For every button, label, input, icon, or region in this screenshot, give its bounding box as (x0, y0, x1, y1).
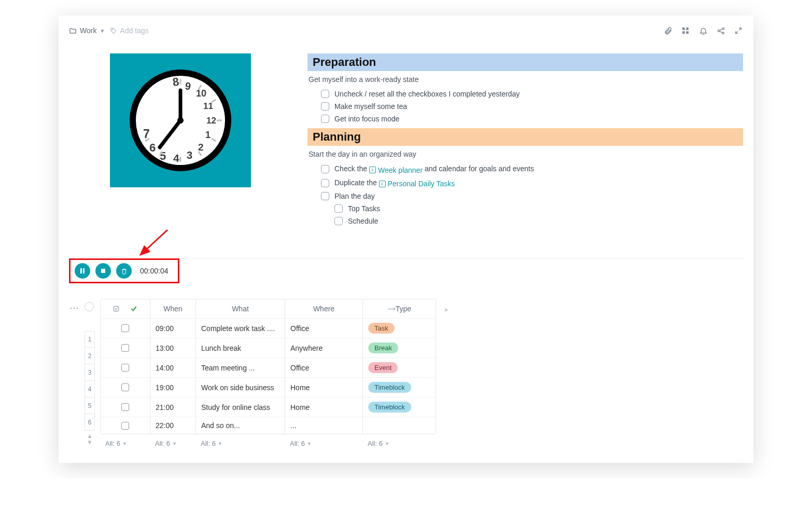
footer-summary[interactable]: All: 6▼ (362, 439, 435, 447)
svg-rect-35 (101, 269, 105, 273)
cell-what: Study for online class (196, 397, 285, 417)
planning-item[interactable]: Plan the day (307, 190, 743, 202)
cell-when: 21:00 (150, 397, 196, 417)
planning-subitem[interactable]: Top Tasks (307, 202, 743, 215)
cell-where: ... (285, 417, 363, 434)
checkbox-label: Duplicate the ≡Personal Daily Tasks (334, 178, 455, 188)
link-icon: ⟶ (387, 306, 391, 312)
svg-text:10: 10 (196, 88, 206, 99)
row-checkbox[interactable] (121, 403, 129, 411)
footer-summary[interactable]: All: 6▼ (100, 439, 150, 447)
cell-where: Office (285, 358, 363, 377)
cell-where: Home (285, 397, 363, 417)
cell-type: Event (363, 358, 436, 377)
checkbox-header-icon (113, 305, 120, 312)
checkbox-label: Uncheck / reset all the checkboxes I com… (334, 90, 520, 98)
attachment-icon[interactable] (663, 26, 673, 35)
add-tags[interactable]: Add tags (110, 26, 148, 35)
table-row[interactable]: 09:00Complete work task ....OfficeTask (101, 318, 436, 338)
expand-icon[interactable] (734, 26, 743, 35)
row-checkbox[interactable] (121, 344, 129, 352)
table-row[interactable]: 14:00Team meeting ...OfficeEvent (101, 358, 436, 377)
cell-what: Complete work task .... (196, 319, 285, 338)
svg-text:3: 3 (187, 149, 192, 161)
svg-text:4: 4 (173, 152, 179, 164)
checkbox-label: Top Tasks (348, 204, 380, 213)
checkmark-icon (130, 305, 138, 313)
checkbox[interactable] (334, 204, 343, 213)
checkbox[interactable] (321, 90, 329, 98)
personal-daily-tasks-link[interactable]: ≡Personal Daily Tasks (379, 180, 455, 188)
preparation-item[interactable]: Get into focus mode (307, 113, 743, 125)
checkbox-label: Make myself some tea (334, 102, 407, 111)
preparation-heading: Preparation (307, 53, 743, 71)
footer-summary[interactable]: All: 6▼ (285, 439, 362, 447)
add-column[interactable]: ▸ (441, 299, 452, 447)
column-header-where[interactable]: Where (285, 299, 363, 318)
planning-item[interactable]: Duplicate the ≡Personal Daily Tasks (307, 176, 743, 190)
checkbox[interactable] (334, 217, 343, 225)
checkbox[interactable] (321, 165, 329, 173)
checkbox[interactable] (321, 102, 329, 111)
footer-summary[interactable]: All: 6▼ (150, 439, 195, 447)
preparation-subtitle: Get myself into a work-ready state (309, 75, 743, 84)
cell-where: Home (285, 378, 363, 397)
timer-controls: 00:00:04 (69, 258, 179, 283)
column-header-type[interactable]: ⟶ Type (363, 299, 436, 318)
row-index: 5 (85, 397, 95, 414)
cell-when: 14:00 (150, 358, 196, 377)
svg-text:12: 12 (206, 116, 216, 126)
more-menu[interactable]: ⋯ (69, 299, 79, 313)
row-checkbox[interactable] (121, 324, 129, 332)
week-planner-link[interactable]: ≡Week planner (369, 166, 423, 174)
planning-item[interactable]: Check the ≡Week planner and calendar for… (307, 162, 743, 176)
stop-button[interactable] (95, 263, 111, 279)
cell-when: 13:00 (150, 338, 196, 358)
cell-when: 19:00 (150, 378, 196, 397)
pause-button[interactable] (75, 263, 90, 279)
row-checkbox[interactable] (121, 364, 129, 372)
column-header-when[interactable]: When (150, 299, 196, 318)
planning-subitem[interactable]: Schedule (307, 215, 743, 227)
preparation-item[interactable]: Make myself some tea (307, 100, 743, 113)
cell-what: Team meeting ... (196, 358, 285, 377)
folder-selector[interactable]: Work ▼ (69, 26, 105, 35)
cell-what: Work on side business (196, 378, 285, 397)
doc-icon: ≡ (369, 167, 376, 173)
checkbox-label: Schedule (348, 217, 378, 225)
table-row[interactable]: 13:00Lunch breakAnywhereBreak (101, 338, 436, 358)
clock-illustration: 8 9 10 11 12 1 2 3 4 5 6 7 (110, 53, 251, 187)
table-row[interactable]: 22:00And so on...... (101, 417, 436, 434)
bell-icon[interactable] (698, 26, 708, 35)
tag-icon (110, 27, 117, 34)
apps-icon[interactable] (681, 26, 690, 35)
checkbox-label: Get into focus mode (334, 115, 399, 123)
checkbox[interactable] (321, 192, 329, 200)
svg-rect-2 (686, 28, 689, 30)
sort-toggle[interactable]: ▲▼ (85, 433, 95, 445)
cell-where: Office (285, 319, 363, 338)
delete-button[interactable] (116, 263, 132, 279)
row-index: 2 (85, 348, 95, 364)
timer-display: 00:00:04 (140, 267, 169, 275)
table-row[interactable]: 19:00Work on side businessHomeTimeblock (101, 377, 436, 397)
row-index: 1 (85, 331, 95, 348)
cell-type: Timeblock (363, 378, 436, 397)
footer-summary[interactable]: All: 6▼ (195, 439, 285, 447)
row-checkbox[interactable] (121, 383, 129, 391)
folder-icon (69, 27, 77, 35)
cell-type: Break (363, 338, 436, 358)
svg-text:2: 2 (198, 142, 204, 153)
table-row[interactable]: 21:00Study for online classHomeTimeblock (101, 397, 436, 417)
checkbox[interactable] (321, 115, 329, 123)
preparation-item[interactable]: Uncheck / reset all the checkboxes I com… (307, 88, 743, 100)
share-icon[interactable] (716, 26, 725, 35)
svg-rect-34 (83, 268, 85, 273)
select-all-circle[interactable] (85, 302, 94, 311)
annotation-arrow (136, 228, 173, 260)
svg-rect-36 (114, 306, 118, 311)
row-checkbox[interactable] (121, 422, 129, 430)
row-index: 4 (85, 381, 95, 397)
checkbox[interactable] (321, 179, 329, 187)
column-header-what[interactable]: What (196, 299, 285, 318)
